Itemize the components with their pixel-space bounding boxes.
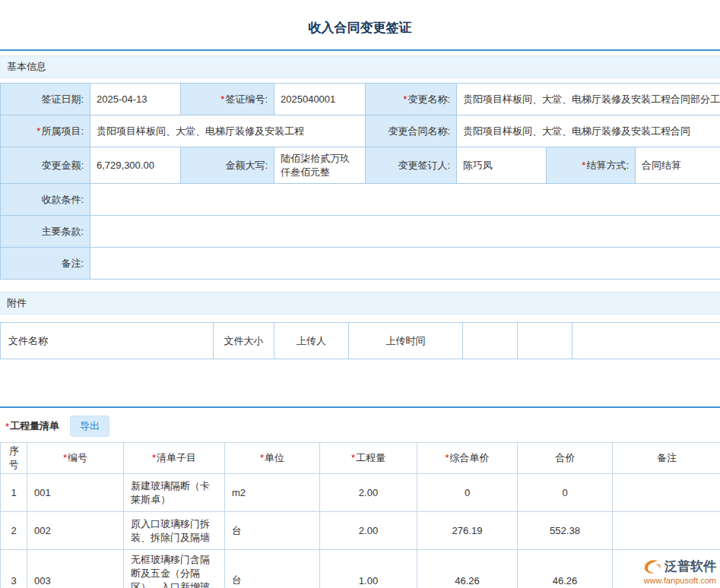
section-basic-info-title: 基本信息 — [7, 61, 46, 72]
sign-date-value: 2025-04-13 — [90, 84, 181, 115]
change-name-label: *变更名称: — [366, 84, 457, 115]
sign-no-label: *签证编号: — [181, 84, 274, 115]
change-name-value: 贵阳项目样板间、大堂、电梯厅装修及安装工程合同部分工 — [457, 84, 720, 115]
signer-label: 变更签订人: — [366, 147, 457, 184]
project-label: *所属项目: — [1, 115, 90, 147]
boq-header-row: 序号 *编号 *清单子目 *单位 *工程量 *综合单价 合价 备注 — [1, 443, 720, 474]
boq-cell-unit: 台 — [225, 512, 320, 550]
basic-row-1: 签证日期: 2025-04-13 *签证编号: 2025040001 *变更名称… — [1, 84, 720, 115]
top-divider — [0, 49, 720, 51]
section-attachments: 附件 — [0, 292, 720, 315]
attachments-empty-area — [0, 359, 720, 406]
attachments-col-upload-time: 上传时间 — [349, 323, 463, 359]
boq-table: 序号 *编号 *清单子目 *单位 *工程量 *综合单价 合价 备注 1 001 … — [0, 442, 720, 588]
boq-section-header: * 工程量清单 导出 — [0, 415, 720, 438]
sign-no-value: 2025040001 — [274, 84, 366, 115]
section-basic-info: 基本信息 — [0, 55, 720, 78]
boq-cell-code: 003 — [27, 550, 124, 588]
basic-info-table: 签证日期: 2025-04-13 *签证编号: 2025040001 *变更名称… — [0, 83, 720, 280]
clauses-label: 主要条款: — [1, 216, 90, 248]
boq-cell-code: 001 — [27, 474, 124, 512]
vendor-brand-name: 泛普软件 — [664, 558, 716, 575]
boq-cell-quantity: 2.00 — [320, 474, 417, 512]
boq-cell-unit-price: 46.26 — [417, 550, 518, 588]
remark-label: 备注: — [1, 248, 90, 280]
amount-words-label: 金额大写: — [181, 147, 274, 184]
boq-cell-quantity: 1.00 — [320, 550, 417, 588]
remark-value — [90, 248, 720, 280]
export-button[interactable]: 导出 — [70, 416, 109, 437]
settle-value: 合同结算 — [636, 147, 720, 184]
clauses-value — [90, 216, 720, 248]
attachments-col-empty-3 — [573, 323, 720, 359]
boq-col-total: 合价 — [518, 443, 613, 474]
boq-section-title: 工程量清单 — [10, 419, 59, 433]
attachments-col-uploader: 上传人 — [274, 323, 349, 359]
attachments-table: 文件名称 文件大小 上传人 上传时间 — [0, 322, 720, 359]
boq-col-remark: 备注 — [613, 443, 720, 474]
amount-value: 6,729,300.00 — [90, 147, 181, 184]
boq-row: 1 001 新建玻璃隔断（卡莱斯卓） m2 2.00 0 0 — [1, 474, 720, 512]
contract-name-value: 贵阳项目样板间、大堂、电梯厅装修及安装工程合同 — [457, 115, 720, 147]
signer-value: 陈巧凤 — [457, 147, 547, 184]
boq-cell-item: 无框玻璃移门含隔断及五金（分隔区）、入口新增玻璃门 金刚含五金 — [124, 550, 225, 588]
vendor-logo: 泛普软件 www.fanpusoft.com — [642, 558, 716, 585]
attachments-header-row: 文件名称 文件大小 上传人 上传时间 — [1, 323, 720, 359]
boq-col-unit-price: *综合单价 — [417, 443, 518, 474]
basic-row-4: 收款条件: — [1, 184, 720, 216]
amount-label: 变更金额: — [1, 147, 90, 184]
boq-col-no: 序号 — [1, 443, 27, 474]
boq-cell-item: 原入口玻璃移门拆装、拆除门及隔墙 — [124, 512, 225, 550]
boq-cell-unit: m2 — [225, 474, 320, 512]
boq-col-code: *编号 — [27, 443, 124, 474]
boq-cell-quantity: 2.00 — [320, 512, 417, 550]
boq-cell-total: 0 — [518, 474, 613, 512]
boq-col-quantity: *工程量 — [320, 443, 417, 474]
boq-cell-unit-price: 0 — [417, 474, 518, 512]
attachments-col-empty-2 — [518, 323, 573, 359]
fanpu-logo-icon — [642, 558, 662, 575]
basic-row-3: 变更金额: 6,729,300.00 金额大写: 陆佰柒拾贰万玖仟叁佰元整 变更… — [1, 147, 720, 184]
project-value: 贵阳项目样板间、大堂、电梯厅装修及安装工程 — [90, 115, 366, 147]
page: 收入合同变更签证 基本信息 签证日期: 2025-04-13 *签证编号: 20… — [0, 0, 720, 588]
boq-cell-unit-price: 276.19 — [417, 512, 518, 550]
payment-label: 收款条件: — [1, 184, 90, 216]
basic-row-5: 主要条款: — [1, 216, 720, 248]
boq-cell-total: 46.26 — [518, 550, 613, 588]
amount-words-value: 陆佰柒拾贰万玖仟叁佰元整 — [274, 147, 366, 184]
vendor-website: www.fanpusoft.com — [642, 576, 716, 585]
boq-cell-item: 新建玻璃隔断（卡莱斯卓） — [124, 474, 225, 512]
page-title: 收入合同变更签证 — [0, 0, 720, 49]
boq-divider — [0, 406, 720, 408]
boq-col-item: *清单子目 — [124, 443, 225, 474]
basic-row-6: 备注: — [1, 248, 720, 280]
boq-row: 2 002 原入口玻璃移门拆装、拆除门及隔墙 台 2.00 276.19 552… — [1, 512, 720, 550]
boq-cell-no: 2 — [1, 512, 27, 550]
boq-cell-no: 1 — [1, 474, 27, 512]
attachments-col-file-size: 文件大小 — [214, 323, 274, 359]
sign-date-label: 签证日期: — [1, 84, 90, 115]
boq-cell-total: 552.38 — [518, 512, 613, 550]
boq-cell-no: 3 — [1, 550, 27, 588]
attachments-col-file-name: 文件名称 — [1, 323, 214, 359]
boq-cell-code: 002 — [27, 512, 124, 550]
boq-col-unit: *单位 — [225, 443, 320, 474]
payment-value — [90, 184, 720, 216]
boq-cell-unit: 台 — [225, 550, 320, 588]
contract-name-label: 变更合同名称: — [366, 115, 457, 147]
section-attachments-title: 附件 — [7, 297, 27, 308]
attachments-col-empty-1 — [463, 323, 518, 359]
boq-cell-remark — [613, 474, 720, 512]
boq-cell-remark — [613, 512, 720, 550]
settle-label: *结算方式: — [547, 147, 636, 184]
basic-row-2: *所属项目: 贵阳项目样板间、大堂、电梯厅装修及安装工程 变更合同名称: 贵阳项… — [1, 115, 720, 147]
boq-row: 3 003 无框玻璃移门含隔断及五金（分隔区）、入口新增玻璃门 金刚含五金 台 … — [1, 550, 720, 588]
